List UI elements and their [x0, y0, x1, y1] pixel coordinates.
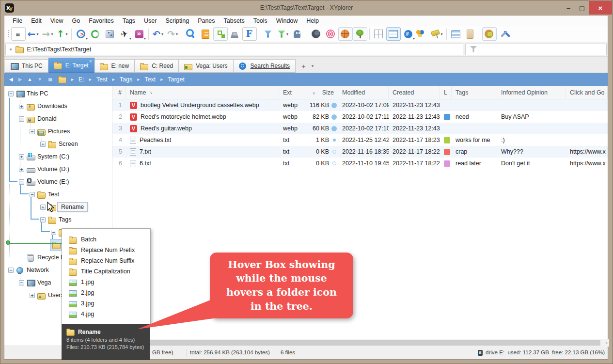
breadcrumb-item[interactable]: E: — [71, 76, 84, 83]
filter-funnel-icon[interactable] — [470, 46, 477, 52]
column-header-num[interactable]: # — [112, 86, 126, 99]
orange-box-button[interactable] — [482, 27, 497, 41]
menu-item[interactable]: Help — [302, 17, 323, 24]
file-link[interactable]: https://www.x — [566, 160, 608, 167]
filter-box[interactable] — [465, 44, 607, 55]
tree-item[interactable]: Rename — [4, 201, 112, 213]
tree-item-label[interactable]: Pictures — [48, 128, 70, 135]
refresh-button[interactable] — [88, 27, 103, 41]
tree-item-label[interactable]: Rename — [57, 202, 88, 212]
tree-item[interactable]: Test — [4, 188, 112, 201]
spiral-button[interactable] — [324, 27, 338, 41]
colors-button[interactable] — [415, 27, 430, 41]
nav-down-icon[interactable]: ▼ — [37, 77, 42, 82]
horizontal-scrollbar[interactable]: › — [112, 339, 609, 347]
table-row[interactable]: 1 bootleg Velvet Underground cassettes.w… — [112, 99, 608, 111]
file-name[interactable]: 6.txt — [140, 160, 151, 167]
table-row[interactable]: 5 7.txt txt 0 KB 2022-11-16 18:35 2022-1… — [112, 146, 608, 158]
tree-item[interactable]: Downloads — [4, 100, 112, 112]
menu-item[interactable]: View — [46, 17, 68, 24]
tree-expander[interactable] — [19, 179, 24, 185]
menu-item[interactable]: Tags — [118, 17, 140, 24]
tab-list-dropdown[interactable]: ▾ — [310, 63, 316, 68]
new-tab-button[interactable]: + — [299, 62, 308, 70]
tree-expander[interactable] — [30, 129, 35, 134]
details-view-button[interactable] — [386, 27, 401, 41]
search-button[interactable] — [184, 27, 199, 41]
tree-item[interactable]: System (C:) — [4, 150, 112, 163]
tab-vega-users[interactable]: Vega: Users — [179, 59, 233, 73]
tree-item[interactable]: Volume (D:) — [4, 163, 112, 175]
address-path[interactable]: E:\Test\Tags\Text\Target — [27, 46, 92, 53]
tree-style-button[interactable] — [353, 27, 367, 41]
tree-item-label[interactable]: Vega — [37, 279, 51, 286]
breadcrumb-item[interactable]: Tags — [112, 76, 132, 83]
dark-circle-button[interactable] — [309, 27, 324, 41]
file-name[interactable]: Reed's guitar.webp — [141, 125, 192, 132]
table-row[interactable]: 3 Reed's guitar.webp webp 60 KB 2022-10-… — [112, 123, 608, 134]
scrollbar-thumb[interactable] — [114, 340, 600, 346]
tree-expander[interactable] — [40, 205, 46, 210]
maximize-button[interactable]: ▢ — [575, 1, 589, 15]
column-header-size[interactable]: Size — [308, 86, 338, 99]
tree-item-label[interactable]: Recycle B — [37, 254, 64, 261]
tree-item-label[interactable]: Screen — [59, 141, 78, 147]
tree-item[interactable]: Tags — [4, 213, 112, 226]
chevron-down-icon[interactable]: ▾ — [10, 47, 12, 52]
breadcrumb-menu-icon[interactable]: ≡ — [48, 75, 52, 83]
table-row[interactable]: 2 Reed's motorcycle helmet.webp webp 82 … — [112, 111, 608, 123]
table-row[interactable]: 4 Peaches.txt txt 1 KB 2022-11-25 12:42 … — [112, 134, 608, 146]
menu-item[interactable]: Window — [272, 17, 302, 24]
tree-item[interactable]: This PC — [4, 87, 112, 100]
file-link[interactable]: https://www.x — [566, 148, 608, 155]
scroll-right-arrow-icon[interactable]: › — [606, 339, 608, 347]
nav-forward-icon[interactable]: ▶ — [18, 77, 22, 82]
tree-item[interactable]: Donald — [4, 112, 112, 125]
tab-e-new[interactable]: E: new — [94, 59, 135, 73]
paste-button[interactable] — [199, 27, 213, 41]
tools-button[interactable] — [497, 27, 511, 41]
dice-button[interactable] — [103, 27, 117, 41]
minimize-button[interactable]: – — [562, 1, 575, 15]
tree-item-label[interactable]: This PC — [27, 90, 48, 97]
up-button[interactable]: ▾ — [55, 27, 69, 41]
tree-item-label[interactable]: Test — [48, 191, 59, 198]
toolbar-grip[interactable] — [6, 27, 11, 41]
forward-button[interactable]: ▾ — [40, 27, 55, 41]
file-name[interactable]: Reed's motorcycle helmet.webp — [141, 113, 226, 120]
tab-this-pc[interactable]: This PC — [5, 59, 48, 73]
split-horizontal-button[interactable] — [449, 27, 463, 41]
column-header-tags[interactable]: Tags — [452, 86, 497, 99]
column-header-opinion[interactable]: Informed Opinion — [497, 86, 566, 99]
back-button[interactable]: ▾ — [26, 27, 40, 41]
hotlist-button[interactable]: ▾ — [74, 27, 88, 41]
badge-button[interactable]: ▾ — [401, 27, 415, 41]
menu-item[interactable]: Panes — [193, 17, 219, 24]
tree-expander[interactable] — [19, 116, 24, 122]
tree-item-label[interactable]: Tags — [59, 216, 71, 223]
close-button[interactable]: × — [589, 1, 612, 15]
tab-c-reed[interactable]: C: Reed — [135, 59, 179, 73]
tree-item[interactable]: Screen — [4, 138, 112, 150]
tree-item-label[interactable]: System (C:) — [37, 153, 69, 160]
paint-roller-button[interactable]: ▾ — [430, 27, 444, 41]
tree-item-label[interactable]: Donald — [37, 115, 57, 122]
tab-e-target[interactable]: E: Target × — [48, 58, 94, 73]
file-name[interactable]: bootleg Velvet Underground cassettes.web… — [141, 102, 259, 109]
column-header-label[interactable]: L — [440, 86, 452, 99]
weight-button[interactable] — [228, 27, 242, 41]
file-name[interactable]: 7.txt — [140, 148, 151, 155]
tree-item-label[interactable]: Network — [27, 267, 49, 273]
menu-item[interactable]: Go — [68, 17, 85, 24]
ghost-filter-button[interactable] — [290, 27, 305, 41]
column-header-name[interactable]: Name — [126, 86, 279, 99]
tree-expander[interactable] — [51, 230, 56, 235]
tree-expander[interactable] — [8, 91, 14, 96]
tree-path-button[interactable] — [213, 27, 228, 41]
tree-expander[interactable] — [19, 154, 24, 159]
flag-button[interactable] — [242, 27, 257, 41]
filter-button[interactable] — [261, 27, 276, 41]
send-button[interactable]: ▾ — [117, 27, 132, 41]
tree-item-label[interactable]: Downloads — [37, 103, 67, 110]
quick-filter-button[interactable]: ▾ — [276, 27, 290, 41]
